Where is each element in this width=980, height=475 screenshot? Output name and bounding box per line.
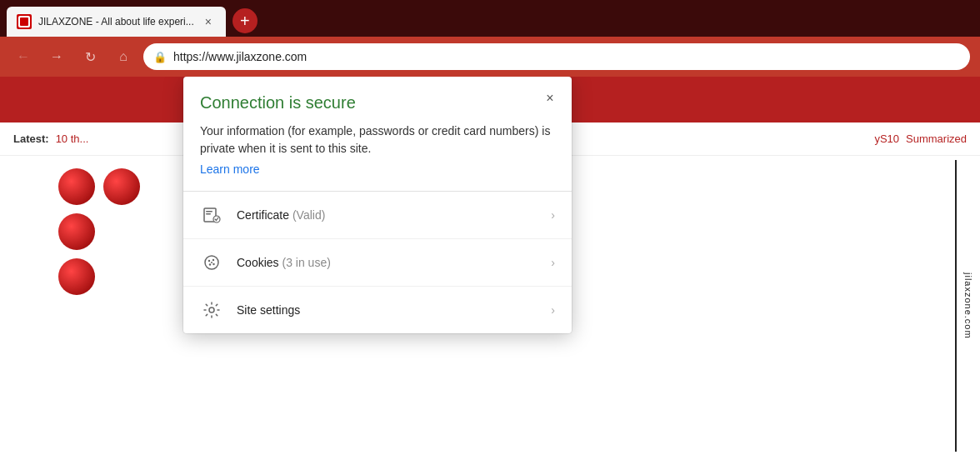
certificate-menu-item[interactable]: Certificate (Valid) › — [183, 192, 572, 239]
popup-description: Your information (for example, passwords… — [200, 122, 555, 158]
refresh-button[interactable]: ↻ — [77, 43, 103, 70]
logo-circles — [50, 160, 152, 307]
logo-circle-1 — [58, 168, 95, 205]
security-popup: × Connection is secure Your information … — [183, 77, 572, 333]
tab-title: JILAXZONE - All about life experi... — [38, 16, 194, 28]
tab-bar: JILAXZONE - All about life experi... × + — [0, 0, 980, 37]
address-bar[interactable]: 🔒 https://www.jilaxzone.com — [143, 43, 970, 70]
latest-right-item-2[interactable]: Summarized — [906, 132, 967, 145]
active-tab[interactable]: JILAXZONE - All about life experi... × — [7, 7, 226, 37]
logo-circle-4 — [58, 258, 95, 295]
svg-point-10 — [209, 308, 214, 312]
site-settings-label: Site settings — [237, 303, 300, 317]
latest-label: Latest: — [13, 132, 49, 145]
logo-circle-3 — [58, 213, 95, 250]
logo-circle-2 — [103, 168, 140, 205]
navigation-bar: ← → ↻ ⌂ 🔒 https://www.jilaxzone.com — [0, 37, 980, 77]
logo-circle-empty — [103, 213, 140, 250]
page-content: Latest: 10 th... yS10 Summarized zone ng… — [0, 77, 980, 475]
sidebar-text: jilaxzone.com — [955, 160, 980, 452]
site-settings-chevron-icon: › — [551, 303, 555, 317]
latest-right-item-1[interactable]: yS10 — [874, 132, 899, 145]
forward-button[interactable]: → — [43, 43, 70, 70]
svg-rect-2 — [206, 213, 211, 215]
lock-icon: 🔒 — [153, 51, 167, 63]
new-tab-button[interactable]: + — [232, 8, 258, 33]
cookies-chevron-icon: › — [551, 256, 555, 269]
site-settings-icon — [200, 298, 223, 322]
latest-text[interactable]: 10 th... — [56, 132, 89, 145]
cookies-label: Cookies (3 in use) — [237, 256, 331, 269]
latest-right: yS10 Summarized — [874, 132, 967, 145]
tab-close-button[interactable]: × — [201, 14, 216, 29]
svg-point-9 — [211, 262, 212, 263]
certificate-icon — [200, 203, 223, 227]
back-button[interactable]: ← — [10, 43, 37, 70]
tab-favicon — [17, 14, 32, 29]
popup-header: × Connection is secure Your information … — [183, 77, 572, 191]
cookies-icon — [200, 251, 223, 274]
learn-more-link[interactable]: Learn more — [200, 162, 555, 176]
svg-point-5 — [208, 260, 210, 262]
cookies-menu-item[interactable]: Cookies (3 in use) › — [183, 239, 572, 287]
certificate-label: Certificate (Valid) — [237, 208, 325, 222]
address-text: https://www.jilaxzone.com — [173, 50, 960, 63]
popup-close-button[interactable]: × — [540, 88, 560, 108]
site-settings-menu-item[interactable]: Site settings › — [183, 287, 572, 333]
home-button[interactable]: ⌂ — [110, 43, 137, 70]
svg-point-6 — [212, 259, 214, 261]
svg-point-8 — [212, 263, 214, 265]
browser-window: JILAXZONE - All about life experi... × +… — [0, 0, 980, 475]
certificate-chevron-icon: › — [551, 208, 555, 222]
logo-circle-empty-2 — [103, 258, 140, 295]
svg-rect-1 — [206, 211, 212, 212]
popup-title: Connection is secure — [200, 93, 555, 112]
svg-point-7 — [209, 263, 211, 265]
